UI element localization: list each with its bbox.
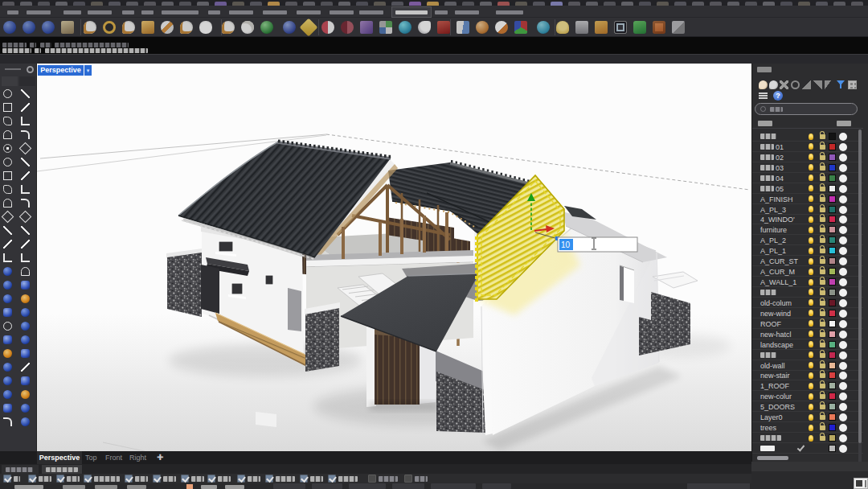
svg-text:10: 10 xyxy=(561,240,571,249)
